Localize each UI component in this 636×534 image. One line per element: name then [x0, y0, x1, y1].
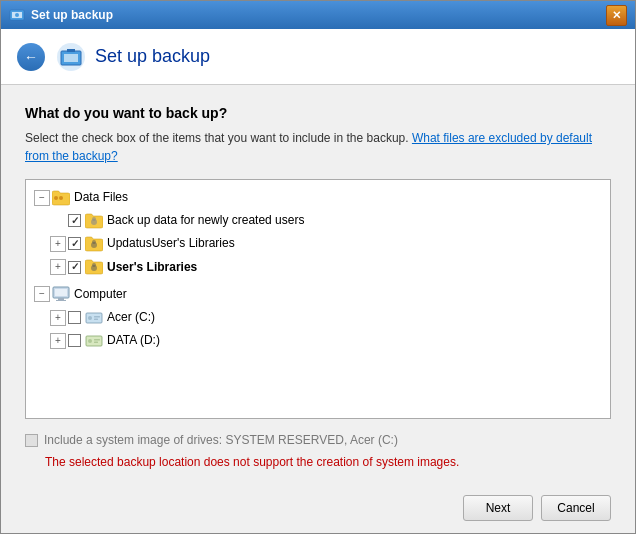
svg-rect-16 — [55, 289, 67, 296]
svg-rect-21 — [94, 316, 100, 318]
tree-item-data-files: Data Files — [30, 186, 606, 209]
expand-acer[interactable] — [50, 310, 66, 326]
checkbox-new-users[interactable] — [68, 214, 81, 227]
section-title: What do you want to back up? — [25, 105, 611, 121]
header-icon — [55, 41, 87, 73]
computer-label: Computer — [74, 285, 127, 304]
svg-point-14 — [92, 263, 96, 267]
new-users-label: Back up data for newly created users — [107, 211, 304, 230]
acer-drive-icon — [85, 310, 103, 326]
header-title: Set up backup — [95, 46, 210, 67]
tree-item-data-d: DATA (D:) — [30, 329, 606, 352]
tree-container: Data Files Back up data for newly create… — [25, 179, 611, 419]
title-bar-title: Set up backup — [31, 8, 606, 22]
tree-item-updatus: UpdatusUser's Libraries — [30, 232, 606, 255]
expand-data-d[interactable] — [50, 333, 66, 349]
user-libraries-label: User's Libraries — [107, 258, 197, 277]
svg-point-8 — [59, 196, 63, 200]
updatus-label: UpdatusUser's Libraries — [107, 234, 235, 253]
tree-item-new-users: Back up data for newly created users — [30, 209, 606, 232]
tree-item-acer: Acer (C:) — [30, 306, 606, 329]
computer-icon — [52, 286, 70, 302]
svg-point-20 — [88, 316, 92, 320]
svg-point-24 — [88, 339, 92, 343]
header-bar: ← Set up backup — [1, 29, 635, 85]
svg-rect-17 — [58, 298, 64, 300]
svg-rect-25 — [94, 339, 100, 341]
tree-item-user-libraries: User's Libraries — [30, 256, 606, 279]
checkbox-user-libraries[interactable] — [68, 261, 81, 274]
svg-point-7 — [54, 196, 58, 200]
acer-label: Acer (C:) — [107, 308, 155, 327]
expand-computer[interactable] — [34, 286, 50, 302]
next-button[interactable]: Next — [463, 495, 533, 521]
system-image-warning: The selected backup location does not su… — [45, 455, 611, 469]
data-d-icon — [85, 333, 103, 349]
new-users-icon — [85, 213, 103, 229]
expand-updatus[interactable] — [50, 236, 66, 252]
checkbox-updatus[interactable] — [68, 237, 81, 250]
description-text: Select the check box of the items that y… — [25, 131, 412, 145]
checkbox-system-image — [25, 434, 38, 447]
data-files-icon — [52, 190, 70, 206]
cancel-button[interactable]: Cancel — [541, 495, 611, 521]
updatus-icon — [85, 236, 103, 252]
title-bar: Set up backup ✕ — [1, 1, 635, 29]
checkbox-data-d[interactable] — [68, 334, 81, 347]
system-image-row: Include a system image of drives: SYSTEM… — [25, 433, 611, 447]
tree-item-computer: Computer — [30, 283, 606, 306]
svg-point-10 — [92, 217, 96, 221]
footer: Next Cancel — [1, 485, 635, 533]
svg-rect-5 — [64, 54, 78, 62]
svg-rect-18 — [56, 300, 66, 301]
expand-user-libraries[interactable] — [50, 259, 66, 275]
window: Set up backup ✕ ← Set up backup What do … — [0, 0, 636, 534]
checkbox-acer[interactable] — [68, 311, 81, 324]
svg-rect-26 — [94, 341, 98, 343]
title-bar-icon — [9, 7, 25, 23]
expand-data-files[interactable] — [34, 190, 50, 206]
svg-point-12 — [92, 240, 96, 244]
close-button[interactable]: ✕ — [606, 5, 627, 26]
svg-rect-22 — [94, 318, 98, 320]
data-files-label: Data Files — [74, 188, 128, 207]
svg-point-2 — [15, 13, 19, 17]
user-libraries-icon — [85, 259, 103, 275]
system-image-label: Include a system image of drives: SYSTEM… — [44, 433, 398, 447]
data-d-label: DATA (D:) — [107, 331, 160, 350]
back-button[interactable]: ← — [17, 43, 45, 71]
content: What do you want to back up? Select the … — [1, 85, 635, 485]
description: Select the check box of the items that y… — [25, 129, 611, 165]
